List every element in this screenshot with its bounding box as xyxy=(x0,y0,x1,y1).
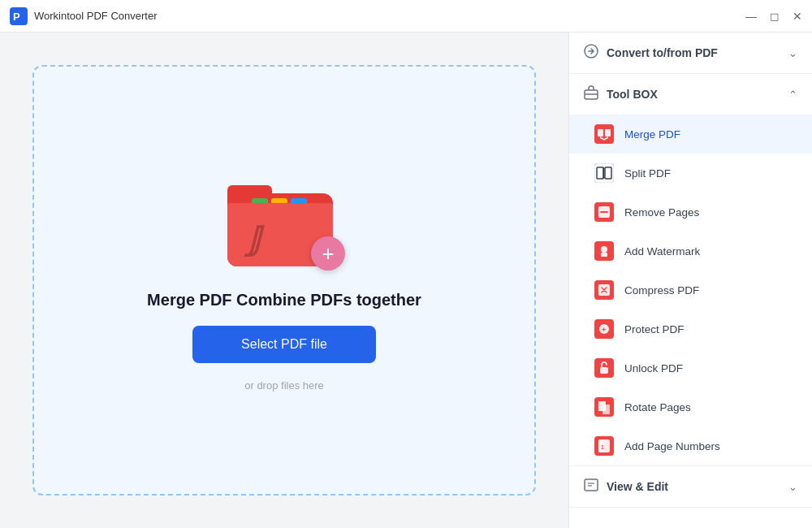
sidebar-item-compress[interactable]: Compress PDF xyxy=(569,270,812,309)
convert-icon xyxy=(584,44,598,62)
viewedit-icon xyxy=(584,478,598,496)
svg-rect-27 xyxy=(603,405,610,414)
close-button[interactable]: ✕ xyxy=(793,11,802,22)
sidebar-item-merge[interactable]: Merge PDF xyxy=(569,115,812,154)
svg-text:1: 1 xyxy=(601,444,604,450)
protect-pdf-label: Protect PDF xyxy=(624,323,685,335)
folder-icon: 𝕁 + xyxy=(227,169,341,266)
svg-rect-17 xyxy=(601,253,607,257)
unlock-pdf-icon xyxy=(594,357,615,379)
sidebar-item-watermark[interactable]: Add Watermark xyxy=(569,232,812,270)
svg-point-16 xyxy=(601,246,607,253)
maximize-button[interactable]: ◻ xyxy=(770,11,780,22)
rotate-pages-icon xyxy=(594,396,615,418)
app-logo: P xyxy=(10,7,28,25)
drop-hint: or drop files here xyxy=(244,379,324,392)
merge-pdf-label: Merge PDF xyxy=(624,128,680,141)
page-numbers-label: Add Page Numbers xyxy=(624,440,720,452)
svg-text:+: + xyxy=(602,326,606,334)
sidebar-item-split[interactable]: Split PDF xyxy=(569,154,812,193)
rotate-pages-label: Rotate Pages xyxy=(624,401,691,413)
remove-pages-label: Remove Pages xyxy=(624,206,699,219)
svg-text:P: P xyxy=(13,11,20,23)
sidebar-item-remove[interactable]: Remove Pages xyxy=(569,193,812,232)
viewedit-section-left: View & Edit xyxy=(584,478,668,496)
window-controls: — ◻ ✕ xyxy=(745,11,802,22)
remove-pages-icon xyxy=(594,201,615,223)
svg-rect-6 xyxy=(598,129,603,136)
sidebar-item-rotate[interactable]: Rotate Pages xyxy=(569,387,812,426)
convert-section-header[interactable]: Convert to/from PDF ⌄ xyxy=(569,32,812,73)
sidebar-item-pagenumbers[interactable]: 1 Add Page Numbers xyxy=(569,426,812,465)
protect-pdf-icon: + xyxy=(594,318,615,340)
main-area: 𝕁 + Merge PDF Combine PDFs together Sele… xyxy=(0,32,812,528)
content-area: 𝕁 + Merge PDF Combine PDFs together Sele… xyxy=(0,32,568,528)
convert-section-title: Convert to/from PDF xyxy=(607,46,718,59)
sidebar-section-viewedit: View & Edit ⌄ xyxy=(569,466,812,508)
app-title: Workintool PDF Converter xyxy=(34,10,745,22)
sidebar-section-toolbox: Tool BOX ⌃ Merge PDF xyxy=(569,74,812,466)
sidebar-item-protect[interactable]: + Protect PDF xyxy=(569,309,812,348)
viewedit-section-title: View & Edit xyxy=(607,480,668,493)
toolbox-chevron-icon: ⌃ xyxy=(788,89,797,101)
titlebar: P Workintool PDF Converter — ◻ ✕ xyxy=(0,0,812,32)
svg-rect-24 xyxy=(600,367,608,374)
svg-rect-32 xyxy=(585,479,598,491)
toolbox-section-left: Tool BOX xyxy=(584,85,658,103)
toolbox-section-title: Tool BOX xyxy=(607,88,658,101)
compress-pdf-icon xyxy=(594,279,615,301)
toolbox-icon xyxy=(584,85,598,103)
sidebar-section-convert: Convert to/from PDF ⌄ xyxy=(569,32,812,74)
sidebar-item-unlock[interactable]: Unlock PDF xyxy=(569,348,812,387)
sidebar: Convert to/from PDF ⌄ Tool BOX xyxy=(568,32,812,528)
viewedit-section-header[interactable]: View & Edit ⌄ xyxy=(569,466,812,507)
drop-zone[interactable]: 𝕁 + Merge PDF Combine PDFs together Sele… xyxy=(32,65,536,496)
toolbox-section-header[interactable]: Tool BOX ⌃ xyxy=(569,74,812,115)
select-file-button[interactable]: Select PDF file xyxy=(192,326,376,363)
svg-rect-5 xyxy=(594,124,614,144)
merge-pdf-icon xyxy=(594,123,615,145)
compress-pdf-label: Compress PDF xyxy=(624,284,699,296)
viewedit-chevron-icon: ⌄ xyxy=(788,481,797,493)
watermark-label: Add Watermark xyxy=(624,245,700,258)
convert-section-left: Convert to/from PDF xyxy=(584,44,718,62)
svg-rect-7 xyxy=(605,129,611,136)
watermark-icon xyxy=(594,240,615,262)
split-pdf-label: Split PDF xyxy=(624,167,671,180)
unlock-pdf-label: Unlock PDF xyxy=(624,362,683,374)
plus-icon: + xyxy=(311,236,345,270)
convert-chevron-icon: ⌄ xyxy=(788,47,797,59)
merge-title: Merge PDF Combine PDFs together xyxy=(147,291,421,309)
page-numbers-icon: 1 xyxy=(594,435,615,457)
minimize-button[interactable]: — xyxy=(745,11,757,22)
pdf-symbol: 𝕁 xyxy=(248,223,261,255)
split-pdf-icon xyxy=(594,162,615,184)
